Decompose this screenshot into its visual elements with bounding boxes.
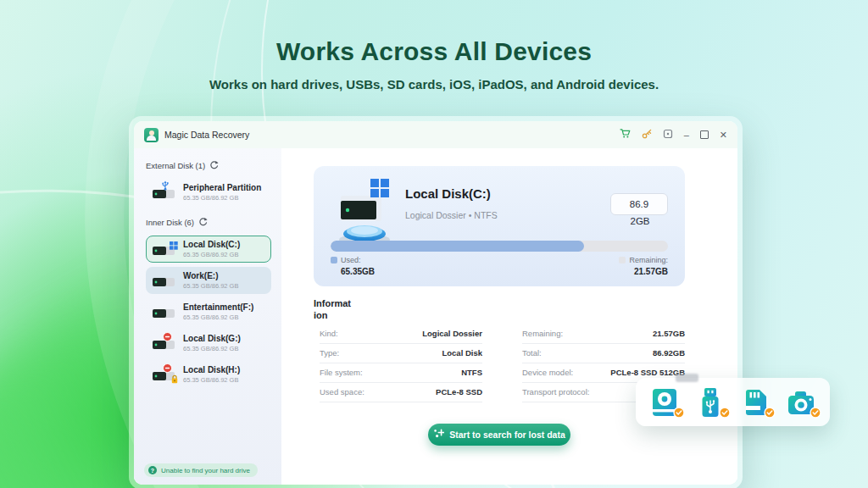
device-types-card [636, 378, 830, 426]
camera-icon [784, 385, 818, 419]
info-value: 21.57GB [653, 329, 685, 338]
disk-name: Peripheral Partition [183, 183, 261, 192]
remaining-value: 21.57GB [619, 267, 668, 276]
window-body: External Disk (1) Peripheral Partition 6… [134, 148, 737, 485]
drive-icon [152, 304, 177, 320]
refresh-icon[interactable] [198, 217, 208, 228]
blurred-text-artifact [676, 374, 698, 382]
check-badge-icon [810, 407, 821, 422]
used-legend: Used: 65.35GB [331, 256, 375, 276]
usb-plug-icon [161, 179, 170, 194]
blocked-drive-icon [152, 336, 177, 352]
app-window-frame: Magic Data Recovery – ✕ External Disk (1… [129, 116, 743, 488]
main-content: Local Disk(C:) Logical Dossier • NTFS 86… [314, 166, 685, 446]
cart-icon[interactable] [620, 127, 631, 142]
disk-size: 65.35 GB/86.92 GB [183, 251, 240, 258]
info-value: PCLe-8 SSD 512GB [610, 368, 685, 377]
sidebar-item-peripheral-partition[interactable]: Peripheral Partition 65.35 GB/86.92 GB [146, 179, 271, 206]
info-label: Remaining: [522, 329, 563, 338]
start-search-button[interactable]: Start to search for lost data [428, 424, 570, 446]
disk-name: Local Disk(G:) [183, 334, 241, 343]
remaining-swatch [619, 257, 626, 263]
help-tip[interactable]: ? Unable to find your hard drive [144, 463, 258, 477]
disk-size: 65.35 GB/86.92 GB [183, 376, 240, 384]
sd-card-icon [738, 385, 772, 419]
info-label: Device model: [522, 368, 573, 377]
information-title-line1: Informat [314, 297, 685, 309]
disk-illustration [331, 173, 398, 251]
info-row: Kind:Logical Dossier [320, 324, 482, 344]
close-button[interactable]: ✕ [720, 130, 727, 140]
info-value: Logical Dossier [422, 329, 482, 338]
window-title: Magic Data Recovery [164, 130, 249, 140]
disk-size: 65.35 GB/86.92 GB [183, 313, 253, 321]
package-icon[interactable] [663, 127, 673, 142]
information-title: Informat ion [314, 297, 685, 322]
lock-icon [170, 372, 179, 387]
key-icon[interactable] [642, 127, 652, 142]
disk-title: Local Disk(C:) [405, 186, 491, 201]
disk-name: Work(E:) [183, 271, 238, 280]
remaining-label: Remaining: [629, 256, 668, 264]
no-entry-icon [163, 330, 172, 345]
disk-texts: Local Disk(H:) 65.35 GB/86.92 GB [183, 365, 240, 384]
used-value: 65.35GB [331, 267, 375, 276]
info-value: NTFS [461, 368, 482, 377]
hard-drive-icon [648, 385, 682, 419]
info-row: Used space:PCLe-8 SSD [320, 383, 482, 402]
drive-icon [152, 273, 177, 289]
disk-size: 65.35 GB/86.92 GB [183, 282, 238, 290]
disk-texts: Entertainment(F:) 65.35 GB/86.92 GB [183, 302, 253, 321]
info-row: Remaining:21.57GB [522, 324, 685, 344]
info-value: PCLe-8 SSD [436, 387, 482, 396]
info-label: File system: [320, 368, 363, 377]
sidebar-item-local-disk-g[interactable]: Local Disk(G:) 65.35 GB/86.92 GB [146, 330, 271, 357]
sidebar-item-local-disk-h[interactable]: Local Disk(H:) 65.35 GB/86.92 GB [146, 361, 271, 388]
sidebar-item-entertainment-f[interactable]: Entertainment(F:) 65.35 GB/86.92 GB [146, 298, 271, 325]
disk-name: Local Disk(H:) [183, 365, 240, 374]
check-badge-icon [719, 407, 731, 422]
refresh-icon[interactable] [209, 160, 219, 171]
titlebar: Magic Data Recovery – ✕ [134, 121, 737, 148]
inner-disk-header: Inner Disk (6) [146, 217, 271, 228]
external-disk-label: External Disk (1) [146, 161, 205, 170]
info-row: Type:Local Disk [320, 344, 482, 363]
disk-name: Entertainment(F:) [183, 302, 253, 312]
disk-size: 65.35 GB/86.92 GB [183, 345, 241, 352]
information-section: Informat ion Kind:Logical Dossier Type:L… [314, 297, 685, 402]
sparkle-icon [433, 428, 444, 441]
disk-texts: Local Disk(C:) 65.35 GB/86.92 GB [183, 240, 240, 258]
titlebar-controls: – ✕ [620, 127, 727, 142]
page-title: Works Across All Devices [0, 37, 868, 66]
info-label: Used space: [320, 387, 364, 396]
check-badge-icon [764, 407, 776, 422]
inner-disk-label: Inner Disk (6) [146, 218, 194, 227]
sidebar-item-local-disk-c[interactable]: Local Disk(C:) 65.35 GB/86.92 GB [146, 236, 271, 263]
information-grid: Kind:Logical Dossier Type:Local Disk Fil… [314, 324, 685, 402]
info-column-left: Kind:Logical Dossier Type:Local Disk Fil… [320, 324, 482, 402]
page-subtitle: Works on hard drives, USBs, SD cards, iO… [0, 77, 868, 92]
used-label: Used: [341, 256, 361, 264]
info-value: 86.92GB [653, 348, 685, 358]
info-label: Kind: [320, 329, 338, 338]
check-badge-icon [673, 407, 685, 422]
information-title-line2: ion [314, 309, 685, 321]
info-row: File system:NTFS [320, 363, 482, 383]
external-disk-header: External Disk (1) [146, 160, 271, 171]
disk-name: Local Disk(C:) [183, 240, 240, 249]
windows-drive-icon [152, 241, 177, 258]
capacity-badge-overflow: 2GB [612, 216, 668, 226]
info-label: Total: [522, 348, 542, 358]
usb-drive-icon [693, 385, 727, 419]
blocked-locked-drive-icon [152, 367, 177, 383]
disk-size: 65.35 GB/86.92 GB [183, 194, 261, 202]
sidebar-item-work-e[interactable]: Work(E:) 65.35 GB/86.92 GB [146, 267, 271, 294]
minimize-button[interactable]: – [684, 130, 689, 140]
maximize-button[interactable] [700, 130, 709, 139]
usage-progress-bar [331, 241, 668, 252]
main-panel: Local Disk(C:) Logical Dossier • NTFS 86… [281, 148, 737, 485]
info-label: Transport protocol: [522, 387, 589, 396]
hero: Works Across All Devices Works on hard d… [0, 37, 868, 92]
help-icon: ? [148, 466, 157, 474]
info-row: Total:86.92GB [522, 344, 685, 363]
